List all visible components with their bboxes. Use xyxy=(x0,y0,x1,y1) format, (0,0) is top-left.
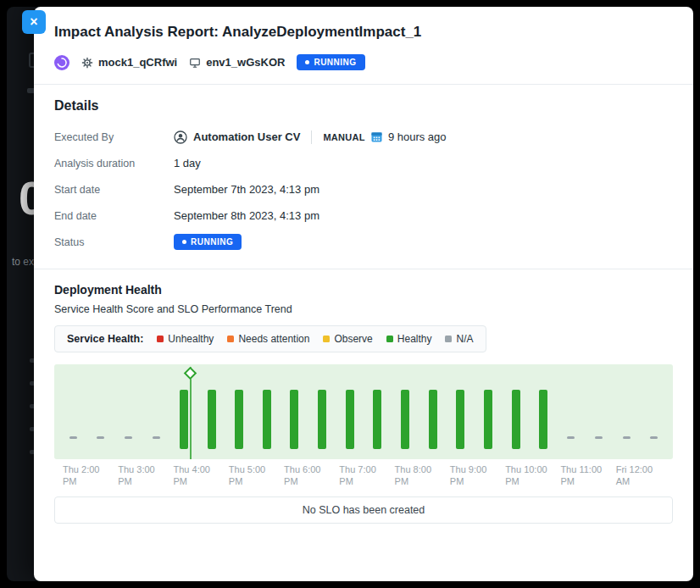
chart-point[interactable] xyxy=(87,364,115,459)
workflow-meta: mock1_qCRfwi xyxy=(81,56,177,69)
deployment-health-heading: Deployment Health xyxy=(54,283,673,297)
chart-point[interactable] xyxy=(59,364,87,459)
chart-point[interactable] xyxy=(475,364,503,459)
executed-time: 9 hours ago xyxy=(388,130,447,143)
chart-point[interactable] xyxy=(613,364,641,459)
healthy-bar xyxy=(456,390,464,449)
detail-row-start-date: Start date September 7th 2023, 4:13 pm xyxy=(54,176,673,202)
chart-point[interactable] xyxy=(253,364,281,459)
legend-swatch-icon xyxy=(386,336,393,342)
legend-label: Observe xyxy=(334,333,372,345)
x-axis-label: Thu 10:00PM xyxy=(502,463,557,488)
legend-swatch-icon xyxy=(323,336,330,342)
details-section: Details Executed By Automation User CV M… xyxy=(34,85,693,269)
legend-swatch-icon xyxy=(157,336,164,342)
deployment-marker-icon xyxy=(184,367,197,380)
legend-item: Healthy xyxy=(386,333,432,345)
legend-item: Unhealthy xyxy=(157,333,214,345)
healthy-bar xyxy=(180,390,188,449)
chart-point[interactable] xyxy=(364,364,392,459)
chart-point[interactable] xyxy=(419,364,447,459)
na-dash xyxy=(567,436,575,439)
chart-point[interactable] xyxy=(530,364,558,459)
close-icon: × xyxy=(30,15,37,29)
x-axis-label: Thu 9:00PM xyxy=(447,463,502,488)
detail-label: Analysis duration xyxy=(54,158,174,169)
chart-point[interactable] xyxy=(142,364,170,459)
detail-label: Status xyxy=(54,236,174,248)
vertical-separator xyxy=(311,130,312,144)
chart-point[interactable] xyxy=(197,364,225,459)
na-dash xyxy=(97,436,104,439)
close-button[interactable]: × xyxy=(22,10,46,34)
x-axis-label: Thu 11:00PM xyxy=(557,463,612,488)
service-avatar-icon xyxy=(54,55,69,70)
status-badge: RUNNING xyxy=(174,234,242,250)
legend-swatch-icon xyxy=(445,336,452,342)
detail-label: Executed By xyxy=(54,131,174,143)
healthy-bar xyxy=(263,390,271,449)
healthy-bar xyxy=(208,390,216,449)
detail-value: September 8th 2023, 4:13 pm xyxy=(174,209,319,222)
legend-label: Unhealthy xyxy=(168,333,214,345)
chart-point[interactable] xyxy=(281,364,308,459)
healthy-bar xyxy=(346,390,354,449)
na-dash xyxy=(623,436,631,439)
x-axis-label: Thu 2:00PM xyxy=(59,463,114,488)
chart-point[interactable] xyxy=(585,364,613,459)
no-slo-banner: No SLO has been created xyxy=(54,496,673,524)
healthy-bar xyxy=(373,390,381,449)
legend-label: Needs attention xyxy=(238,333,309,345)
chart-point[interactable] xyxy=(640,364,668,459)
x-axis-label: Fri 12:00AM xyxy=(613,463,668,488)
na-dash xyxy=(650,436,658,439)
running-dot-icon xyxy=(182,240,186,244)
legend-label: Healthy xyxy=(397,333,432,345)
executed-by-user: Automation User CV xyxy=(193,130,300,143)
chart-point[interactable] xyxy=(170,364,198,459)
running-dot-icon xyxy=(305,60,309,64)
detail-value: 1 day xyxy=(174,157,201,169)
x-axis-label: Thu 5:00PM xyxy=(225,463,281,488)
legend-item: Observe xyxy=(323,333,372,345)
legend-label: N/A xyxy=(456,333,473,345)
chart-point[interactable] xyxy=(502,364,530,459)
status-badge-label: RUNNING xyxy=(314,58,356,67)
gear-icon xyxy=(81,57,93,69)
chart-point[interactable] xyxy=(447,364,475,459)
chart-point[interactable] xyxy=(114,364,142,459)
chart-point[interactable] xyxy=(308,364,336,459)
detail-label: Start date xyxy=(54,184,174,196)
status-badge-label: RUNNING xyxy=(191,237,233,247)
user-icon xyxy=(174,130,187,144)
detail-row-executed-by: Executed By Automation User CV MANUAL 9 … xyxy=(54,124,673,150)
chart-point[interactable] xyxy=(392,364,419,459)
workflow-name: mock1_qCRfwi xyxy=(98,56,177,69)
chart-point[interactable] xyxy=(336,364,364,459)
chart-subtitle: Service Health Score and SLO Performance… xyxy=(54,303,673,315)
healthy-bar xyxy=(318,390,326,449)
x-axis-label: Thu 8:00PM xyxy=(392,463,447,488)
legend-item: Needs attention xyxy=(227,333,309,345)
x-axis-label: Thu 3:00PM xyxy=(114,463,169,488)
screen: 0 to exp × Impact Analysis Report: Analy… xyxy=(0,0,700,588)
na-dash xyxy=(69,436,77,439)
healthy-bar xyxy=(429,390,437,449)
modal-header: Impact Analysis Report: AnalyzeDeploymen… xyxy=(34,7,693,84)
impact-analysis-modal: Impact Analysis Report: AnalyzeDeploymen… xyxy=(34,7,693,581)
chart-point[interactable] xyxy=(558,364,586,459)
healthy-bar xyxy=(401,390,409,449)
detail-label: End date xyxy=(54,210,174,222)
na-dash xyxy=(595,436,603,439)
x-axis-label: Thu 7:00PM xyxy=(336,463,391,488)
chart-point[interactable] xyxy=(225,364,253,459)
x-axis-label: Thu 4:00PM xyxy=(170,463,225,488)
legend-swatch-icon xyxy=(227,336,234,342)
details-heading: Details xyxy=(54,98,673,114)
chart-plot xyxy=(54,364,673,459)
na-dash xyxy=(125,436,132,439)
status-badge: RUNNING xyxy=(297,54,364,70)
environment-meta: env1_wGsKOR xyxy=(189,56,285,69)
healthy-bar xyxy=(539,390,547,449)
healthy-bar xyxy=(484,390,492,449)
